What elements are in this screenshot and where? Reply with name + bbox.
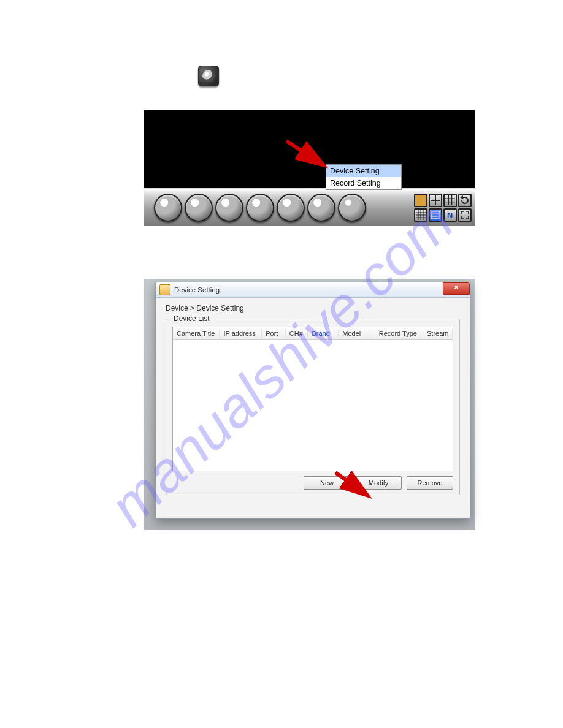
table-header-row: Camera TitleIP addressPortCH#BrandModelR…	[173, 327, 453, 340]
main-toolbar: N	[144, 189, 475, 226]
svg-marker-2	[460, 195, 463, 199]
table-column-header[interactable]: IP address	[220, 330, 262, 337]
table-column-header[interactable]: Model	[339, 330, 375, 337]
table-column-header[interactable]: CH#	[286, 330, 308, 337]
breadcrumb: Device > Device Setting	[166, 304, 460, 313]
snapshot-icon[interactable]	[246, 194, 274, 222]
nine-view-button[interactable]	[443, 194, 457, 207]
camera-icon[interactable]	[307, 194, 335, 222]
svg-line-6	[335, 472, 366, 495]
filmstrip-view-button[interactable]	[429, 208, 442, 222]
rotate-view-button[interactable]	[458, 194, 472, 207]
layout-grid-buttons: N	[414, 194, 472, 222]
gear-icon[interactable]	[338, 194, 366, 222]
screenshot-device-setting-dialog: Device Setting × Device > Device Setting…	[144, 279, 475, 530]
remove-button[interactable]: Remove	[407, 476, 453, 490]
device-setting-window: Device Setting × Device > Device Setting…	[155, 282, 470, 519]
eye-icon[interactable]	[185, 194, 213, 222]
device-list-table[interactable]: Camera TitleIP addressPortCH#BrandModelR…	[172, 327, 453, 471]
groupbox-title: Device List	[171, 314, 212, 323]
sixteen-view-button[interactable]	[414, 208, 427, 222]
screenshot-toolbar-context: Device Setting Record Setting	[144, 110, 475, 226]
svg-rect-3	[432, 211, 439, 219]
play-icon[interactable]	[215, 194, 243, 222]
window-titlebar[interactable]: Device Setting ×	[156, 282, 470, 298]
table-column-header[interactable]: Stream	[423, 330, 453, 337]
fullscreen-view-button[interactable]	[458, 208, 472, 222]
pen-icon[interactable]	[277, 194, 305, 222]
table-column-header[interactable]: Camera Title	[173, 330, 220, 337]
n-letter-view-button[interactable]: N	[443, 208, 457, 222]
close-button[interactable]: ×	[443, 282, 470, 295]
table-column-header[interactable]: Record Type	[375, 330, 423, 337]
single-view-button[interactable]	[414, 194, 427, 207]
svg-text:N: N	[447, 211, 453, 220]
device-list-groupbox: Device List Camera TitleIP addressPortCH…	[166, 319, 460, 495]
app-icon	[159, 284, 170, 295]
quad-view-button[interactable]	[429, 194, 442, 207]
context-menu-item-device-setting[interactable]: Device Setting	[326, 165, 401, 177]
table-column-header[interactable]: Brand	[308, 330, 339, 337]
context-menu[interactable]: Device Setting Record Setting	[326, 164, 402, 190]
table-column-header[interactable]: Port	[262, 330, 286, 337]
inline-camera-icon	[198, 66, 219, 86]
svg-line-1	[286, 141, 322, 164]
record-icon[interactable]	[154, 194, 182, 222]
context-menu-item-record-setting[interactable]: Record Setting	[326, 177, 401, 189]
window-title: Device Setting	[174, 286, 220, 294]
